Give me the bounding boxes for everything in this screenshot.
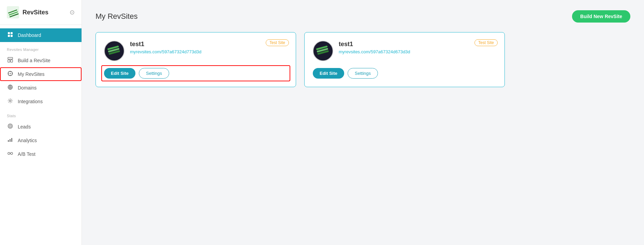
svg-rect-22 (10, 139, 11, 142)
svg-rect-9 (8, 60, 10, 62)
build-new-revsite-button[interactable]: Build New RevSite (572, 10, 630, 23)
svg-rect-10 (11, 60, 13, 62)
svg-point-12 (10, 73, 11, 74)
site-url: myrevsites.com/597a67324d773d3d (130, 49, 288, 54)
compass-icon (7, 71, 14, 78)
edit-site-button[interactable]: Edit Site (104, 68, 135, 79)
globe-icon (7, 84, 14, 91)
sidebar-navigation: Dashboard Revsites Manager Build a RevSi… (0, 25, 82, 245)
app-name: RevSites (23, 9, 48, 16)
settings-icon[interactable]: ⊙ (70, 9, 75, 16)
svg-point-17 (10, 100, 11, 102)
sidebar-item-ab-test-label: A/B Test (18, 151, 35, 157)
sidebar-item-build-a-revsite[interactable]: Build a RevSite (0, 54, 82, 67)
site-info: test1 myrevsites.com/597a67324d673d3d (339, 41, 496, 54)
site-avatar (313, 41, 333, 61)
bar-chart-icon (7, 137, 14, 144)
svg-point-25 (11, 152, 13, 154)
sidebar-item-analytics-label: Analytics (18, 138, 37, 143)
svg-rect-21 (8, 140, 9, 142)
svg-rect-23 (11, 138, 12, 142)
sidebar-item-domains-label: Domains (18, 85, 36, 91)
section-label-revsites-manager: Revsites Manager (0, 42, 82, 54)
svg-rect-8 (8, 57, 13, 59)
main-content: My RevSites Build New RevSite test1 (82, 0, 644, 245)
sidebar-item-domains[interactable]: Domains (0, 81, 82, 95)
sidebar-item-dashboard[interactable]: Dashboard (0, 28, 82, 42)
sidebar-item-leads-label: Leads (18, 124, 31, 130)
svg-point-20 (10, 126, 11, 126)
site-card-header: test1 myrevsites.com/597a67324d673d3d (313, 41, 496, 61)
site-name: test1 (339, 41, 496, 48)
settings-button[interactable]: Settings (139, 68, 169, 79)
section-label-stats: Stats (0, 108, 82, 120)
sidebar: RevSites ⊙ Dashboard Revsites Manager Bu… (0, 0, 82, 245)
site-avatar (104, 41, 125, 61)
svg-rect-6 (8, 35, 10, 37)
target-icon (7, 123, 14, 130)
svg-rect-5 (11, 32, 13, 34)
grid-icon (7, 32, 14, 39)
sidebar-item-my-revsites-label: My RevSites (18, 71, 45, 77)
sidebar-logo: RevSites ⊙ (0, 0, 82, 25)
site-info: test1 myrevsites.com/597a67324d773d3d (130, 41, 288, 54)
svg-rect-7 (11, 35, 13, 37)
gear-icon (7, 98, 14, 105)
site-card-actions: Edit Site Settings (313, 68, 496, 79)
page-title: My RevSites (96, 12, 137, 21)
svg-point-24 (8, 152, 10, 154)
main-header: My RevSites Build New RevSite (96, 10, 630, 23)
sidebar-item-dashboard-label: Dashboard (18, 32, 41, 38)
site-card-actions: Edit Site Settings (104, 68, 288, 79)
svg-rect-4 (8, 32, 10, 34)
sidebar-item-integrations-label: Integrations (18, 99, 43, 104)
sidebar-item-my-revsites[interactable]: My RevSites (0, 67, 82, 81)
sidebar-item-build-label: Build a RevSite (18, 58, 50, 63)
test-badge: Test Site (474, 39, 498, 46)
sidebar-item-ab-test[interactable]: A/B Test (0, 147, 82, 161)
test-badge: Test Site (266, 39, 289, 46)
sidebar-item-analytics[interactable]: Analytics (0, 134, 82, 147)
revsites-logo-icon (7, 6, 19, 18)
site-name: test1 (130, 41, 288, 48)
settings-button[interactable]: Settings (348, 68, 378, 79)
sidebar-item-leads[interactable]: Leads (0, 120, 82, 134)
layout-icon (7, 57, 14, 64)
site-url: myrevsites.com/597a67324d673d3d (339, 49, 496, 54)
sidebar-item-integrations[interactable]: Integrations (0, 95, 82, 108)
edit-site-button[interactable]: Edit Site (313, 68, 344, 79)
site-card-2: test1 myrevsites.com/597a67324d673d3d Te… (304, 32, 505, 87)
ab-test-icon (7, 151, 14, 158)
cards-grid: test1 myrevsites.com/597a67324d773d3d Te… (96, 32, 505, 87)
site-card-header: test1 myrevsites.com/597a67324d773d3d (104, 41, 288, 61)
site-card-1: test1 myrevsites.com/597a67324d773d3d Te… (96, 32, 296, 87)
